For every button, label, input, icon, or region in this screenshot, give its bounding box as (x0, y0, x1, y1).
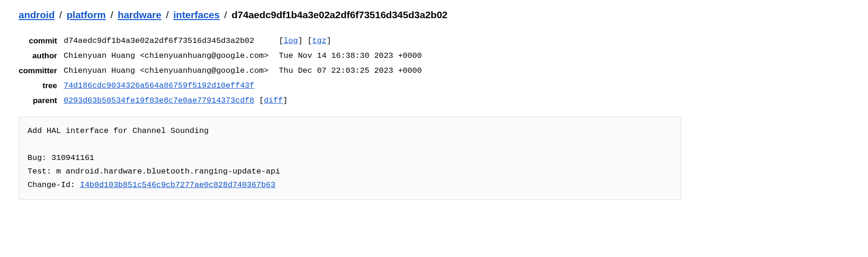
label-commit: commit (19, 34, 64, 49)
row-author: author Chienyuan Huang <chienyuanhuang@g… (19, 49, 432, 63)
label-parent: parent (19, 93, 64, 108)
author-name: Chienyuan Huang <chienyuanhuang@google.c… (64, 49, 279, 63)
label-tree: tree (19, 78, 64, 93)
row-commit: commit d74aedc9df1b4a3e02a2df6f73516d345… (19, 34, 432, 49)
breadcrumb-sep: / (164, 9, 171, 20)
breadcrumb-sep: / (57, 9, 64, 20)
msg-bug: Bug: 310941161 (28, 153, 94, 162)
breadcrumb: android / platform / hardware / interfac… (19, 9, 849, 21)
committer-date: Thu Dec 07 22:03:25 2023 +0000 (279, 63, 432, 78)
commit-message: Add HAL interface for Channel Sounding B… (19, 117, 681, 200)
commit-actions: [log] [tgz] (279, 34, 432, 49)
breadcrumb-link-interfaces[interactable]: interfaces (173, 9, 220, 20)
tree-link[interactable]: 74d186cdc9034326a564a86759f5192d10eff43f (64, 81, 254, 90)
breadcrumb-sep: / (108, 9, 115, 20)
row-parent: parent 0293d63b50534fe19f83e8c7e0ae77914… (19, 93, 432, 108)
breadcrumb-current: d74aedc9df1b4a3e02a2df6f73516d345d3a2b02 (232, 9, 448, 20)
msg-title: Add HAL interface for Channel Sounding (28, 126, 209, 135)
breadcrumb-sep: / (222, 9, 229, 20)
label-author: author (19, 49, 64, 63)
breadcrumb-link-platform[interactable]: platform (67, 9, 106, 20)
diff-link[interactable]: diff (264, 96, 283, 105)
commit-meta-table: commit d74aedc9df1b4a3e02a2df6f73516d345… (19, 34, 432, 108)
log-link[interactable]: log (284, 36, 298, 45)
commit-hash: d74aedc9df1b4a3e02a2df6f73516d345d3a2b02 (64, 34, 279, 49)
changeid-link[interactable]: I4b0d103b851c546c9cb7277ae0c828d740367b6… (80, 181, 275, 189)
breadcrumb-link-android[interactable]: android (19, 9, 55, 20)
label-committer: committer (19, 63, 64, 78)
msg-test: Test: m android.hardware.bluetooth.rangi… (28, 167, 280, 176)
committer-name: Chienyuan Huang <chienyuanhuang@google.c… (64, 63, 279, 78)
row-tree: tree 74d186cdc9034326a564a86759f5192d10e… (19, 78, 432, 93)
author-date: Tue Nov 14 16:38:30 2023 +0000 (279, 49, 432, 63)
msg-changeid-label: Change-Id: (28, 181, 80, 189)
row-committer: committer Chienyuan Huang <chienyuanhuan… (19, 63, 432, 78)
breadcrumb-link-hardware[interactable]: hardware (118, 9, 161, 20)
tgz-link[interactable]: tgz (312, 36, 327, 45)
parent-link[interactable]: 0293d63b50534fe19f83e8c7e0ae77914373cdf8 (64, 96, 254, 105)
